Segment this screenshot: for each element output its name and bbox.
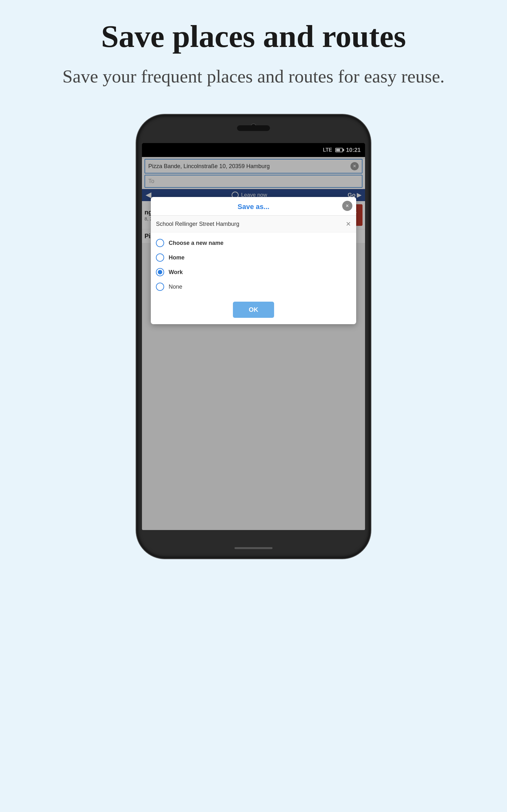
option-none[interactable]: None (156, 280, 351, 294)
radio-work[interactable] (156, 268, 164, 276)
option-work[interactable]: Work (156, 265, 351, 280)
dialog-name-value: School Rellinger Street Hamburg (156, 221, 239, 227)
dialog-name-row: School Rellinger Street Hamburg ✕ (151, 216, 356, 233)
dialog-options: Choose a new name Home Work (151, 233, 356, 297)
dialog-footer: OK (151, 297, 356, 324)
phone-screen: LTE 10:21 Pizza Bande, Lincolnstraße 10,… (142, 143, 365, 530)
page-subtitle: Save your frequent places and routes for… (24, 63, 483, 89)
option-none-label: None (169, 284, 182, 290)
radio-none[interactable] (156, 283, 164, 291)
option-work-label: Work (169, 269, 183, 275)
dialog-header: Save as... × (151, 197, 356, 216)
option-new-name-label: Choose a new name (169, 240, 223, 247)
phone-speaker (237, 125, 270, 131)
dialog-title: Save as... (238, 203, 269, 211)
phone-home-bar (234, 547, 273, 549)
ok-button[interactable]: OK (233, 302, 274, 318)
radio-new-name[interactable] (156, 239, 164, 247)
dialog-overlay: Save as... × School Rellinger Street Ham… (142, 143, 365, 530)
option-home-label: Home (169, 254, 184, 261)
radio-home[interactable] (156, 253, 164, 262)
phone-device: LTE 10:21 Pizza Bande, Lincolnstraße 10,… (136, 114, 371, 559)
dialog-close-button[interactable]: × (342, 201, 352, 211)
option-home[interactable]: Home (156, 250, 351, 265)
save-as-dialog: Save as... × School Rellinger Street Ham… (151, 197, 356, 324)
option-new-name[interactable]: Choose a new name (156, 236, 351, 250)
dialog-name-clear[interactable]: ✕ (346, 220, 351, 228)
page-title: Save places and routes (76, 19, 431, 54)
